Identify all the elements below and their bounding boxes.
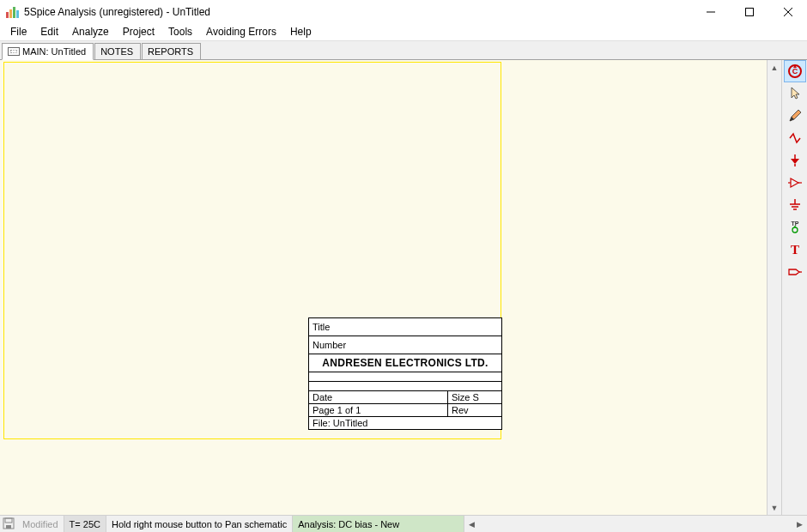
- menu-edit[interactable]: Edit: [33, 24, 65, 39]
- svg-rect-3: [16, 10, 19, 18]
- titleblock-company: ANDRESEN ELECTRONICS LTD.: [312, 357, 498, 369]
- svg-text:C: C: [792, 67, 798, 76]
- tool-palette: C TP T: [781, 60, 807, 515]
- status-analysis[interactable]: Analysis: DC bias - New: [293, 516, 464, 532]
- tool-signal-source[interactable]: [784, 149, 806, 172]
- titleblock-number-label: Number: [312, 340, 346, 350]
- svg-rect-5: [745, 8, 753, 15]
- menu-help[interactable]: Help: [283, 24, 319, 39]
- menu-tools[interactable]: Tools: [161, 24, 199, 39]
- scroll-up-arrow[interactable]: ▲: [768, 60, 781, 75]
- menu-avoiding-errors[interactable]: Avoiding Errors: [199, 24, 283, 39]
- scroll-right-arrow[interactable]: ▶: [792, 520, 807, 529]
- tool-pointer[interactable]: [784, 82, 806, 105]
- svg-rect-24: [5, 518, 12, 523]
- title-block[interactable]: Title Number ANDRESEN ELECTRONICS LTD. D…: [308, 317, 502, 430]
- titleblock-blank1: [309, 372, 501, 382]
- window-title: 5Spice Analysis (unregistered) - UnTitle…: [24, 6, 210, 18]
- maximize-button[interactable]: [730, 0, 768, 23]
- scroll-down-arrow[interactable]: ▼: [768, 500, 781, 515]
- tabbar: MAIN: UnTitled NOTES REPORTS: [0, 41, 807, 60]
- schematic-canvas[interactable]: Title Number ANDRESEN ELECTRONICS LTD. D…: [0, 60, 781, 515]
- titleblock-title-label: Title: [312, 322, 330, 332]
- save-icon[interactable]: [3, 517, 15, 531]
- menubar: File Edit Analyze Project Tools Avoiding…: [0, 23, 807, 41]
- titleblock-page-label: Page 1 of 1: [312, 405, 361, 415]
- tool-text[interactable]: T: [784, 239, 806, 261]
- svg-text:TP: TP: [791, 221, 798, 227]
- svg-point-19: [792, 227, 798, 233]
- status-temperature[interactable]: T= 25C: [64, 516, 106, 532]
- app-icon: [5, 5, 19, 19]
- titlebar: 5Spice Analysis (unregistered) - UnTitle…: [0, 0, 807, 23]
- titleblock-date-row: Date Size S: [309, 391, 501, 404]
- titleblock-page-row: Page 1 of 1 Rev: [309, 404, 501, 417]
- tool-port[interactable]: [784, 261, 806, 283]
- tab-reports[interactable]: REPORTS: [142, 43, 201, 59]
- menu-analyze[interactable]: Analyze: [65, 24, 116, 39]
- titleblock-size-label: Size S: [452, 392, 479, 402]
- tool-test-point[interactable]: TP: [784, 216, 806, 239]
- titleblock-title-row: Title: [309, 318, 501, 336]
- tool-buffer[interactable]: [784, 172, 806, 194]
- statusbar: Modified T= 25C Hold right mouse button …: [0, 515, 807, 532]
- tab-main[interactable]: MAIN: UnTitled: [2, 43, 94, 60]
- tab-notes[interactable]: NOTES: [94, 43, 141, 59]
- svg-rect-1: [9, 9, 12, 18]
- scroll-left-arrow[interactable]: ◀: [464, 520, 479, 529]
- titleblock-number-row: Number: [309, 336, 501, 354]
- tool-pencil[interactable]: [784, 105, 806, 127]
- titleblock-rev-label: Rev: [452, 405, 469, 415]
- titleblock-file-row: File: UnTitled: [309, 417, 501, 429]
- menu-file[interactable]: File: [3, 24, 33, 39]
- svg-text:T: T: [790, 243, 798, 257]
- tool-ground[interactable]: [784, 194, 806, 216]
- horizontal-scrollbar[interactable]: ◀ ▶: [464, 520, 807, 529]
- titleblock-date-label: Date: [312, 392, 332, 402]
- schematic-icon: [8, 47, 20, 56]
- vertical-scrollbar[interactable]: ▲ ▼: [767, 60, 781, 515]
- tool-wire[interactable]: [784, 127, 806, 149]
- tab-notes-label: NOTES: [100, 46, 133, 57]
- titleblock-file-label: File: UnTitled: [312, 418, 367, 428]
- titleblock-blank2: [309, 382, 501, 391]
- close-button[interactable]: [768, 0, 807, 23]
- svg-rect-25: [6, 525, 11, 529]
- status-modified: Modified: [17, 516, 64, 532]
- tab-main-label: MAIN: UnTitled: [22, 46, 86, 57]
- tab-reports-label: REPORTS: [148, 46, 193, 57]
- minimize-button[interactable]: [691, 0, 730, 23]
- svg-rect-2: [13, 7, 15, 18]
- status-hint: Hold right mouse button to Pan schematic: [106, 516, 293, 532]
- tool-rebuild-circuit[interactable]: C: [784, 60, 806, 82]
- svg-rect-0: [6, 12, 9, 18]
- menu-project[interactable]: Project: [116, 24, 161, 39]
- titleblock-company-row: ANDRESEN ELECTRONICS LTD.: [309, 354, 501, 372]
